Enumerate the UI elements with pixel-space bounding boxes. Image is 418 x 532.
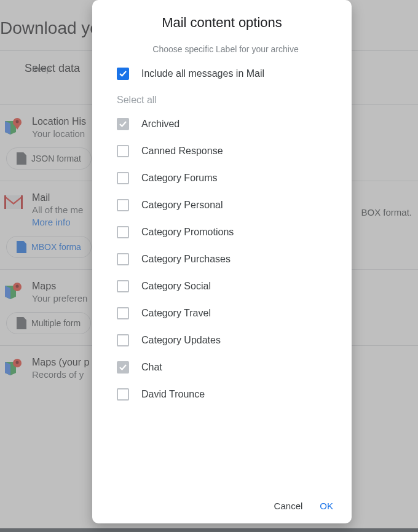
checkbox-icon[interactable] — [117, 226, 129, 238]
label-checkbox-row[interactable]: Archived — [117, 118, 334, 130]
checkbox-icon[interactable] — [117, 118, 129, 130]
label-text: Category Social — [141, 281, 211, 292]
label-checkbox-row[interactable]: Canned Response — [117, 145, 334, 157]
mail-content-options-dialog: Mail content options Choose specific Lab… — [92, 0, 352, 523]
label-checkbox-row[interactable]: Category Forums — [117, 172, 334, 184]
dialog-title: Mail content options — [92, 0, 352, 39]
dialog-actions: Cancel OK — [92, 491, 352, 523]
label-text: Category Forums — [141, 173, 218, 184]
select-all-link[interactable]: Select all — [117, 95, 334, 106]
cancel-button[interactable]: Cancel — [274, 501, 303, 511]
label-checkbox-row[interactable]: Category Updates — [117, 334, 334, 346]
label-text: Category Purchases — [141, 254, 231, 265]
label-text: Category Personal — [141, 200, 223, 211]
label-text: David Trounce — [141, 389, 205, 400]
label-text: Category Travel — [141, 308, 211, 319]
label-text: Chat — [141, 362, 162, 373]
dialog-body[interactable]: Choose specific Label for your archive I… — [92, 39, 352, 491]
checkbox-icon[interactable] — [117, 280, 129, 292]
label-checkbox-row[interactable]: Category Personal — [117, 199, 334, 211]
label-checkbox-row[interactable]: David Trounce — [117, 388, 334, 401]
checkbox-icon[interactable] — [117, 307, 129, 319]
checkbox-icon[interactable] — [117, 145, 129, 157]
label-checkbox-row[interactable]: Category Promotions — [117, 226, 334, 238]
checkbox-icon[interactable] — [117, 388, 129, 401]
label-text: Archived — [141, 119, 179, 130]
label-text: Canned Response — [141, 146, 223, 157]
include-all-label: Include all messages in Mail — [141, 68, 264, 79]
checkbox-icon[interactable] — [117, 172, 129, 184]
label-checkbox-row[interactable]: Category Travel — [117, 307, 334, 319]
checkbox-icon[interactable] — [117, 68, 129, 80]
label-text: Category Promotions — [141, 227, 234, 238]
checkbox-icon[interactable] — [117, 334, 129, 346]
checkbox-icon[interactable] — [117, 253, 129, 265]
label-checkbox-row[interactable]: Category Purchases — [117, 253, 334, 265]
label-text: Category Updates — [141, 335, 221, 346]
dialog-hint: Choose specific Label for your archive — [117, 44, 334, 54]
label-checkbox-row[interactable]: Category Social — [117, 280, 334, 292]
include-all-checkbox-row[interactable]: Include all messages in Mail — [117, 68, 334, 80]
label-checkbox-row[interactable]: Chat — [117, 361, 334, 374]
checkbox-icon[interactable] — [117, 361, 129, 374]
checkbox-icon[interactable] — [117, 199, 129, 211]
ok-button[interactable]: OK — [320, 501, 333, 511]
